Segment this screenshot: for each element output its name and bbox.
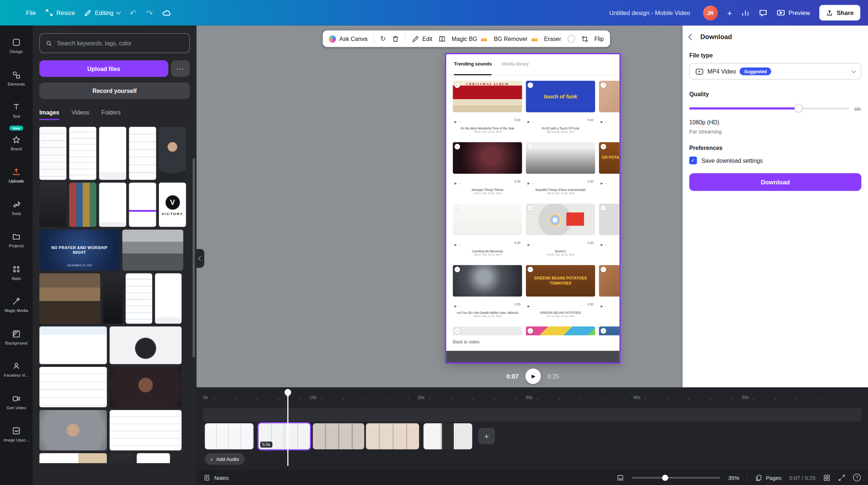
sidebar-item-uploads[interactable]: Uploads: [0, 159, 33, 192]
sound-card[interactable]: GR POTA: [599, 142, 620, 195]
color-swatch[interactable]: [567, 35, 575, 42]
notes-button[interactable]: Notes: [204, 474, 229, 481]
avatar[interactable]: JR: [703, 5, 718, 20]
back-icon[interactable]: [688, 34, 695, 40]
redo-button[interactable]: ↷: [146, 8, 153, 17]
share-button[interactable]: Share: [820, 5, 860, 20]
upload-thumbnail[interactable]: [99, 127, 126, 180]
sidebar-item-gen-video[interactable]: Gen Video: [0, 386, 33, 418]
play-icon[interactable]: [454, 238, 457, 248]
grid-view-icon[interactable]: [823, 474, 831, 481]
sidebar-item-brand[interactable]: New Brand: [0, 127, 33, 159]
track-lane[interactable]: [203, 408, 861, 422]
play-icon[interactable]: [601, 177, 603, 187]
play-icon[interactable]: [528, 115, 530, 125]
upload-thumbnail[interactable]: [39, 327, 107, 364]
magic-bg-button[interactable]: Magic BG: [452, 35, 487, 42]
download-button[interactable]: Download: [689, 173, 861, 191]
upload-thumbnail[interactable]: V VICTORY: [159, 183, 186, 227]
play-icon[interactable]: [454, 115, 457, 125]
upload-thumbnail[interactable]: [103, 273, 123, 324]
upload-thumbnail[interactable]: [129, 183, 156, 227]
upload-thumbnail[interactable]: [122, 230, 183, 271]
file-type-select[interactable]: MP4 Video Suggested: [689, 63, 861, 79]
sound-card[interactable]: [599, 81, 620, 134]
slider-handle[interactable]: [662, 474, 668, 481]
zoom-slider[interactable]: [632, 477, 721, 478]
checkbox-checked-icon[interactable]: ✓: [689, 157, 697, 164]
upload-thumbnail[interactable]: [69, 183, 96, 227]
edit-button[interactable]: Edit: [412, 35, 432, 42]
sound-card[interactable]: GREENS BEANS POTATOES TOMATOES 0:30 GREE…: [526, 265, 595, 318]
editing-mode-dropdown[interactable]: Editing: [84, 9, 120, 16]
ask-canva-button[interactable]: Ask Canva: [329, 35, 368, 42]
tab-images[interactable]: Images: [39, 109, 59, 120]
play-icon[interactable]: [528, 177, 530, 187]
tab-folders[interactable]: Folders: [101, 109, 121, 120]
sound-card[interactable]: 0:30 Bound 2 705.47 KiB, 00:30, MP3: [526, 204, 595, 256]
upload-thumbnail[interactable]: [99, 183, 126, 227]
upload-thumbnail[interactable]: [110, 327, 182, 364]
upload-files-button[interactable]: Upload files: [39, 60, 168, 77]
upload-thumbnail[interactable]: [110, 453, 134, 463]
sidebar-item-apps[interactable]: Apps: [0, 256, 33, 289]
sound-card[interactable]: Defying: [599, 265, 620, 318]
play-icon[interactable]: [454, 177, 457, 187]
flip-button[interactable]: Flip: [594, 35, 604, 42]
add-audio-button[interactable]: ♪ Add Audio: [205, 453, 244, 465]
add-page-button[interactable]: +: [478, 428, 495, 444]
timeline-clip[interactable]: [205, 423, 254, 449]
play-button[interactable]: ▶: [525, 369, 540, 384]
upload-thumbnail[interactable]: [39, 183, 66, 227]
add-member-icon[interactable]: +: [727, 8, 732, 17]
play-icon[interactable]: [454, 299, 457, 309]
upload-thumbnail[interactable]: [39, 127, 66, 180]
playhead[interactable]: [285, 389, 291, 395]
crop-icon[interactable]: [581, 35, 588, 42]
upload-thumbnail[interactable]: [110, 410, 182, 450]
sidebar-item-magic-media[interactable]: Magic Media: [0, 289, 33, 321]
zoom-level[interactable]: 35%: [728, 474, 739, 481]
sidebar-item-background[interactable]: Background: [0, 321, 33, 353]
timeline-clip[interactable]: [313, 423, 364, 449]
search-box[interactable]: [39, 33, 190, 53]
sound-card[interactable]: CHRISTMAS ALBUM 0:30 It's the Most Wonde…: [453, 81, 522, 134]
eraser-button[interactable]: Eraser: [544, 35, 561, 42]
sound-card[interactable]: Teach Me: [599, 204, 620, 256]
sidebar-item-elements[interactable]: Elements: [0, 62, 33, 94]
sidebar-item-text[interactable]: Text: [0, 95, 33, 127]
insights-icon[interactable]: [741, 8, 750, 17]
timeline-clip[interactable]: [366, 423, 419, 449]
upload-thumbnail[interactable]: [110, 367, 182, 407]
sound-card[interactable]: [599, 327, 620, 335]
record-yourself-button[interactable]: Record yourself: [39, 82, 190, 99]
sidebar-item-image-upscaler[interactable]: Image Upsc...: [0, 418, 33, 451]
sound-card[interactable]: 0:30 Así Fue (En Vivo Desde Bellas Artes…: [453, 265, 522, 318]
timeline-clip[interactable]: 5.0s: [258, 423, 310, 449]
upload-thumbnail[interactable]: [129, 127, 156, 180]
play-icon[interactable]: [601, 115, 603, 125]
bg-remover-button[interactable]: BG Remover: [494, 35, 538, 42]
delete-icon[interactable]: [392, 35, 399, 42]
slider-handle[interactable]: [795, 104, 802, 112]
resize-button[interactable]: Resize: [45, 9, 75, 16]
tab-trending-sounds[interactable]: Trending sounds: [454, 61, 492, 75]
sidebar-item-projects[interactable]: Projects: [0, 224, 33, 256]
document-title[interactable]: Untitled design - Mobile Video: [609, 10, 690, 16]
video-canvas[interactable]: Trending sounds Media library CHRISTMAS …: [446, 54, 620, 362]
tab-videos[interactable]: Videos: [71, 109, 89, 120]
upload-thumbnail[interactable]: [39, 273, 100, 324]
upload-thumbnail[interactable]: [159, 127, 186, 180]
panel-scrollbar[interactable]: [192, 158, 195, 358]
sound-card[interactable]: 0:30 Counting My Blessings 705.47 KiB, 0…: [453, 204, 522, 256]
sound-card[interactable]: [453, 327, 522, 335]
menu-icon[interactable]: [8, 10, 16, 16]
upload-thumbnail[interactable]: [39, 367, 107, 407]
sidebar-item-tools[interactable]: Tools: [0, 192, 33, 224]
upload-thumbnail[interactable]: [39, 453, 107, 463]
undo-button[interactable]: ↶: [130, 8, 136, 17]
sound-card[interactable]: 0:30 Stranger Things Theme 705.47 KiB, 0…: [453, 142, 522, 195]
upload-thumbnail[interactable]: [155, 273, 182, 324]
preview-button[interactable]: Preview: [777, 8, 810, 17]
file-menu-button[interactable]: File: [26, 10, 36, 16]
